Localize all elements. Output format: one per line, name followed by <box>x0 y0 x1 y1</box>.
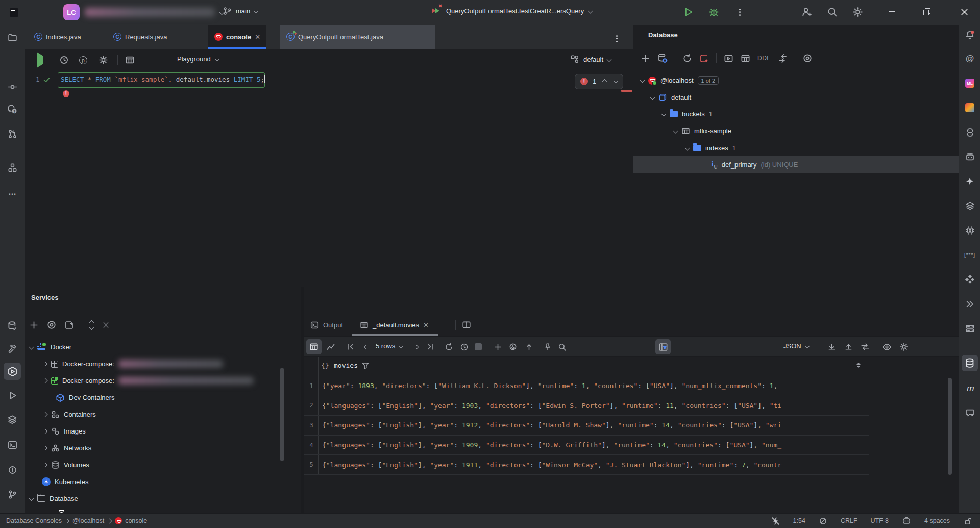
database-strip-button[interactable] <box>962 355 978 371</box>
minimize-button[interactable] <box>889 11 895 12</box>
export-button[interactable] <box>824 339 839 354</box>
find-button[interactable] <box>554 339 570 354</box>
table-row[interactable]: 5{"languages": ["English"], "year": 1911… <box>304 455 869 475</box>
tab-console[interactable]: console ✕ <box>208 25 266 49</box>
problems-tool-button[interactable] <box>4 461 21 478</box>
table-row[interactable]: 1{"year": 1893, "directors": ["William K… <box>304 376 869 396</box>
search-everywhere-button[interactable] <box>827 7 838 19</box>
tree-row-localhost[interactable]: @localhost 1 of 2 <box>633 72 959 89</box>
inspection-widget[interactable]: ! 1 <box>575 74 623 89</box>
revert-changes-button[interactable] <box>505 339 521 354</box>
import-button[interactable] <box>841 339 856 354</box>
stop-query-button[interactable] <box>471 339 486 354</box>
view-options-icon[interactable] <box>46 320 57 330</box>
tree-row-indexes[interactable]: indexes 1 <box>633 139 959 156</box>
disconnect-icon[interactable] <box>699 54 709 63</box>
filter-funnel-icon[interactable] <box>361 362 370 370</box>
auto-refresh-button[interactable] <box>456 339 472 354</box>
result-grid[interactable]: 1{"year": 1893, "directors": ["William K… <box>304 376 959 475</box>
schema-selector[interactable]: default <box>570 55 611 64</box>
expand-icon[interactable] <box>29 345 34 350</box>
tree-row-docker-compose-2[interactable]: Docker-compose: <box>25 372 301 389</box>
last-page-button[interactable] <box>423 339 438 354</box>
toolbox-plugin-button[interactable] <box>962 100 978 116</box>
python-console-button[interactable] <box>962 124 978 140</box>
row-json-value[interactable]: {"languages": ["English"], "year": 1911,… <box>322 455 781 474</box>
tree-row-mflix-sample[interactable]: mflix-sample <box>633 123 959 139</box>
expand-icon[interactable] <box>43 446 48 451</box>
tab-queryoutputformattest-java[interactable]: C QueryOutputFormatTest.java <box>280 25 435 49</box>
ai-assistant-button[interactable]: @ <box>962 51 978 67</box>
tab-list-button[interactable] <box>616 34 618 43</box>
expand-icon[interactable] <box>43 362 48 367</box>
tree-row-containers[interactable]: Containers <box>25 406 301 423</box>
tree-row-database[interactable]: Database <box>25 490 301 507</box>
row-json-value[interactable]: {"languages": ["English"], "year": 1903,… <box>322 396 781 416</box>
add-row-button[interactable] <box>490 339 505 354</box>
more-tool-windows-button[interactable]: … <box>4 183 21 201</box>
integrations-button[interactable] <box>962 271 978 287</box>
highlighting-level[interactable] <box>819 517 827 525</box>
expand-icon[interactable] <box>662 112 667 117</box>
jump-to-console-icon[interactable] <box>724 54 733 63</box>
expand-icon[interactable] <box>650 95 655 100</box>
run-configuration[interactable]: ✕ QueryOutputFormatTest.testGreatR...ers… <box>431 6 592 16</box>
close-button[interactable] <box>960 8 969 18</box>
chat-tool-button[interactable] <box>962 404 978 421</box>
close-tab-icon[interactable]: ✕ <box>423 321 429 329</box>
tree-row-networks[interactable]: Networks <box>25 440 301 457</box>
power-save-indicator[interactable] <box>771 517 780 525</box>
copilot-status[interactable] <box>902 516 911 525</box>
tree-row-default[interactable]: default <box>633 89 959 106</box>
view-options-icon[interactable] <box>802 53 813 63</box>
page-size-selector[interactable]: 5 rows <box>376 342 403 350</box>
tree-row-volumes[interactable]: Volumes <box>25 457 301 473</box>
parameters-button[interactable]: p <box>79 56 87 64</box>
sql-statement[interactable]: SELECT * FROM `mflix-sample`._default.mo… <box>61 75 265 91</box>
sql-editor[interactable]: 1 SELECT * FROM `mflix-sample`._default.… <box>25 71 633 287</box>
services-tool-button[interactable] <box>4 363 21 380</box>
terminal-tool-button[interactable] <box>4 436 21 453</box>
tab-output[interactable]: Output <box>310 314 343 336</box>
prev-error-icon[interactable] <box>602 79 607 84</box>
collapse-all-icon[interactable] <box>104 321 108 329</box>
version-control-tool-button[interactable] <box>4 486 21 503</box>
tab-default-movies[interactable]: _default.movies ✕ <box>360 314 429 336</box>
add-datasource-icon[interactable] <box>641 54 650 63</box>
settings-button[interactable] <box>852 7 863 19</box>
playground-selector[interactable]: Playground <box>177 55 219 63</box>
pull-requests-tool-button[interactable] <box>4 125 21 142</box>
table-row[interactable]: 4{"languages": ["English"], "year": 1909… <box>304 436 869 455</box>
reload-page-button[interactable] <box>441 339 456 354</box>
build-tool-button[interactable] <box>4 340 21 357</box>
pin-tab-button[interactable] <box>540 339 555 354</box>
intention-bulb[interactable]: ! <box>63 90 69 97</box>
tree-row-docker[interactable]: Docker <box>25 339 301 355</box>
project-avatar[interactable]: LC <box>63 4 80 20</box>
table-row[interactable]: 3{"languages": ["English"], "year": 1912… <box>304 416 869 436</box>
expand-icon[interactable] <box>43 378 48 383</box>
ai-actions-button[interactable] <box>962 173 978 189</box>
run-button[interactable] <box>683 7 694 19</box>
next-error-icon[interactable] <box>614 78 619 83</box>
view-options-button[interactable] <box>879 339 894 354</box>
table-view-button[interactable] <box>306 339 322 354</box>
close-tab-icon[interactable]: ✕ <box>255 33 260 41</box>
first-page-button[interactable] <box>343 339 358 354</box>
console-settings-button[interactable] <box>99 55 108 66</box>
tab-requests-java[interactable]: C Requests.java <box>107 25 173 49</box>
next-page-button[interactable] <box>408 339 424 354</box>
jump-to-ddl-icon[interactable] <box>778 54 788 63</box>
add-service-icon[interactable] <box>29 320 39 330</box>
row-json-value[interactable]: {"languages": ["English"], "year": 1909,… <box>322 436 781 455</box>
format-selector[interactable]: JSON <box>783 342 809 350</box>
project-tool-button[interactable] <box>4 29 21 46</box>
tree-row-buckets[interactable]: buckets 1 <box>633 106 959 123</box>
expand-icon[interactable] <box>43 412 48 417</box>
grid-column-header[interactable]: {} movies <box>304 357 959 376</box>
device-tool-button[interactable] <box>962 222 978 238</box>
tree-row-def-primary[interactable]: iU def_primary (id) UNIQUE <box>633 156 959 173</box>
row-json-value[interactable]: {"languages": ["English"], "year": 1912,… <box>322 416 781 435</box>
expand-icon[interactable] <box>685 146 690 151</box>
tree-row-dev-containers[interactable]: Dev Containers <box>25 389 301 406</box>
